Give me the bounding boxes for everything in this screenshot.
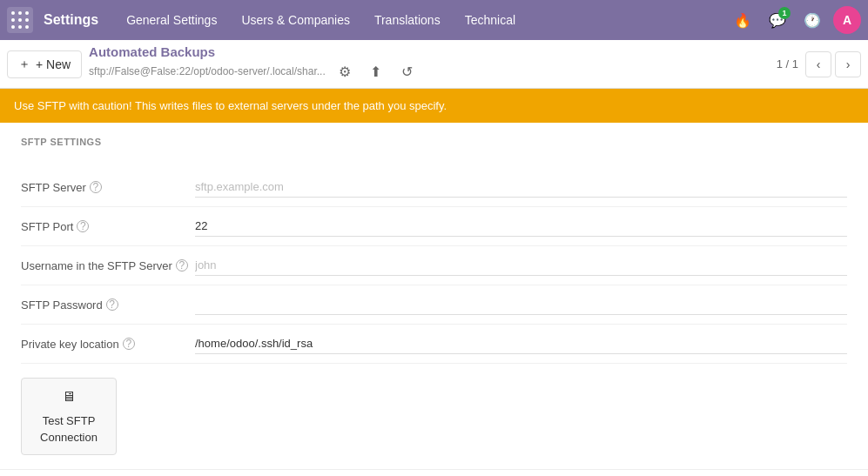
refresh-icon[interactable]: ↺: [395, 59, 420, 84]
form-row-sftp-password: SFTP Password ?: [21, 285, 847, 325]
form-row-sftp-server: SFTP Server ?: [21, 168, 847, 207]
private-key-label: Private key location ?: [21, 338, 195, 351]
help-section: HELP: [0, 469, 868, 476]
menu-technical[interactable]: Technical: [454, 8, 526, 32]
warning-text: Use SFTP with caution! This writes files…: [14, 99, 447, 112]
monitor-icon: 🖥: [62, 387, 76, 406]
sftp-username-input[interactable]: [195, 255, 847, 276]
main-content: Use SFTP with caution! This writes files…: [0, 89, 868, 476]
toolbar-right: 1 / 1 ‹ ›: [777, 51, 861, 77]
sftp-port-input[interactable]: [195, 216, 847, 237]
sftp-password-label: SFTP Password ?: [21, 298, 195, 312]
app-brand: Settings: [44, 12, 98, 28]
new-button[interactable]: ＋ + New: [7, 50, 82, 78]
clock-icon: 🕐: [804, 12, 821, 29]
sftp-settings-section: SFTP SETTINGS SFTP Server ? SFTP Port ? …: [0, 123, 868, 469]
form-row-private-key: Private key location ?: [21, 325, 847, 364]
sftp-password-input[interactable]: [195, 294, 847, 315]
top-menu: General Settings Users & Companies Trans…: [116, 8, 729, 32]
sftp-section-title: SFTP SETTINGS: [21, 137, 847, 154]
sftp-server-label: SFTP Server ?: [21, 181, 195, 194]
form-row-sftp-username: Username in the SFTP Server ?: [21, 246, 847, 285]
notification-badge: 1: [778, 7, 791, 19]
breadcrumb-title[interactable]: Automated Backups: [89, 44, 770, 59]
form-row-sftp-port: SFTP Port ?: [21, 207, 847, 246]
sftp-username-help-icon[interactable]: ?: [176, 259, 188, 272]
menu-translations[interactable]: Translations: [364, 8, 451, 32]
menu-general-settings[interactable]: General Settings: [116, 8, 227, 32]
user-avatar[interactable]: A: [833, 6, 861, 34]
sftp-server-input[interactable]: [195, 177, 847, 198]
chat-icon-btn[interactable]: 💬 1: [764, 6, 791, 34]
sftp-port-help-icon[interactable]: ?: [77, 220, 89, 232]
sftp-password-help-icon[interactable]: ?: [106, 298, 118, 311]
settings-icon[interactable]: ⚙: [333, 59, 357, 84]
breadcrumb-sub: sftp://False@False:22/opt/odoo-server/.l…: [89, 59, 770, 84]
menu-users-companies[interactable]: Users & Companies: [231, 8, 360, 32]
sftp-server-help-icon[interactable]: ?: [90, 181, 102, 193]
page-indicator: 1 / 1: [777, 57, 798, 70]
private-key-help-icon[interactable]: ?: [123, 338, 135, 350]
fire-icon: 🔥: [734, 12, 751, 29]
fire-icon-btn[interactable]: 🔥: [729, 6, 757, 34]
plus-icon: ＋: [18, 57, 30, 72]
breadcrumb-path: sftp://False@False:22/opt/odoo-server/.l…: [89, 65, 326, 77]
prev-button[interactable]: ‹: [805, 51, 831, 77]
clock-icon-btn[interactable]: 🕐: [798, 6, 826, 34]
toolbar: ＋ + New Automated Backups sftp://False@F…: [0, 40, 868, 89]
private-key-input[interactable]: [195, 333, 847, 354]
next-button[interactable]: ›: [835, 51, 861, 77]
upload-icon[interactable]: ⬆: [364, 59, 388, 84]
top-navigation: Settings General Settings Users & Compan…: [0, 0, 868, 40]
sftp-username-label: Username in the SFTP Server ?: [21, 259, 195, 272]
app-grid-button[interactable]: [7, 7, 33, 33]
test-sftp-label: Test SFTP Connection: [36, 413, 102, 445]
test-sftp-button[interactable]: 🖥 Test SFTP Connection: [21, 378, 117, 455]
topnav-right-icons: 🔥 💬 1 🕐 A: [729, 6, 861, 34]
warning-banner: Use SFTP with caution! This writes files…: [0, 89, 868, 123]
sftp-port-label: SFTP Port ?: [21, 220, 195, 233]
breadcrumb-area: Automated Backups sftp://False@False:22/…: [89, 44, 770, 84]
